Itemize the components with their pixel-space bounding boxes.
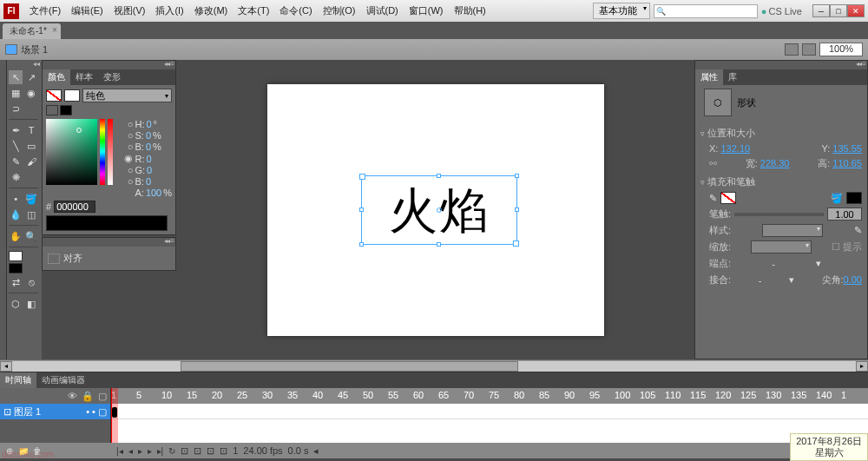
join-value[interactable]: - bbox=[759, 275, 762, 286]
menu-window[interactable]: 窗口(W) bbox=[404, 4, 449, 17]
black-swatch[interactable] bbox=[60, 105, 72, 115]
stroke-slider[interactable] bbox=[734, 213, 824, 216]
cslive-button[interactable]: CS Live bbox=[761, 6, 802, 16]
frame-row[interactable] bbox=[111, 404, 868, 419]
stage[interactable]: 火焰 bbox=[267, 84, 604, 336]
next-frame-icon[interactable]: ▸ bbox=[148, 446, 152, 456]
selection-bounds[interactable]: 火焰 bbox=[361, 175, 517, 245]
b-value[interactable]: 0 bbox=[146, 142, 151, 152]
align-icon[interactable] bbox=[48, 254, 60, 264]
panel-collapse-icon[interactable] bbox=[695, 61, 867, 69]
cap-value[interactable]: - bbox=[772, 259, 775, 269]
stage-area[interactable]: 火焰 bbox=[176, 60, 694, 359]
deco-tool[interactable]: ❋ bbox=[9, 170, 23, 184]
menu-text[interactable]: 文本(T) bbox=[233, 4, 274, 17]
document-tab[interactable]: 未命名-1* bbox=[3, 23, 61, 39]
rectangle-tool[interactable]: ▭ bbox=[24, 139, 38, 153]
menu-help[interactable]: 帮助(H) bbox=[449, 4, 491, 17]
alpha-slider[interactable] bbox=[108, 119, 113, 185]
menu-edit[interactable]: 编辑(E) bbox=[66, 4, 108, 17]
scene-icon[interactable] bbox=[5, 44, 17, 55]
edit-style-icon[interactable]: ✎ bbox=[854, 225, 862, 236]
stroke-width-input[interactable] bbox=[827, 207, 862, 221]
fill-swatch[interactable] bbox=[64, 89, 80, 102]
panel-collapse-icon[interactable] bbox=[43, 238, 175, 247]
edit-symbol-icon[interactable] bbox=[802, 43, 816, 56]
bw-swatch[interactable] bbox=[46, 105, 58, 115]
eyedropper-tool[interactable]: 💧 bbox=[9, 207, 23, 221]
swap-colors-icon[interactable]: ⇄ bbox=[9, 275, 23, 289]
transform-center-icon[interactable] bbox=[437, 207, 442, 213]
w-value[interactable]: 228.30 bbox=[760, 158, 790, 168]
group-position[interactable]: 位置和大小 bbox=[700, 127, 862, 140]
edit-frames-icon[interactable]: ⊡ bbox=[220, 445, 227, 457]
scroll-thumb[interactable] bbox=[181, 361, 518, 372]
stroke-swatch[interactable] bbox=[46, 89, 62, 102]
stroke-color-box[interactable] bbox=[720, 192, 736, 204]
hint-checkbox[interactable]: 提示 bbox=[843, 241, 862, 252]
scroll-left-icon[interactable]: ◂ bbox=[0, 361, 12, 372]
outline-icon[interactable]: ▢ bbox=[98, 391, 107, 402]
layer-row[interactable]: ⊡ 图层 1 • • ▢ bbox=[0, 404, 110, 419]
bone-tool[interactable]: ⦁ bbox=[9, 192, 23, 206]
brush-tool[interactable]: 🖌 bbox=[24, 155, 38, 168]
keyframe-icon[interactable] bbox=[112, 407, 117, 418]
loop-icon[interactable]: ↻ bbox=[168, 446, 175, 456]
minimize-button[interactable]: ─ bbox=[812, 4, 830, 17]
layer-name[interactable]: 图层 1 bbox=[14, 405, 41, 418]
lock-icon[interactable]: 🔒 bbox=[82, 391, 94, 402]
menu-file[interactable]: 文件(F) bbox=[24, 4, 66, 17]
hand-tool[interactable]: ✋ bbox=[9, 229, 23, 243]
a-value[interactable]: 100 bbox=[146, 188, 161, 198]
3d-rotation-tool[interactable]: ◉ bbox=[24, 86, 38, 100]
paint-bucket-tool[interactable]: 🪣 bbox=[24, 192, 38, 206]
h-value[interactable]: 0 bbox=[146, 119, 151, 129]
no-color-icon[interactable]: ⦸ bbox=[24, 275, 38, 289]
menu-modify[interactable]: 修改(M) bbox=[189, 4, 233, 17]
miter-value[interactable]: 0.00 bbox=[844, 274, 862, 285]
fill-color-box[interactable] bbox=[846, 192, 862, 204]
frames-area[interactable]: 1510152025303540455055606570758085909510… bbox=[111, 388, 868, 443]
tab-motion-editor[interactable]: 动画编辑器 bbox=[36, 372, 90, 388]
tab-color[interactable]: 颜色 bbox=[43, 69, 70, 85]
bl-value[interactable]: 0 bbox=[146, 176, 151, 187]
h-value[interactable]: 110.65 bbox=[832, 158, 862, 168]
x-value[interactable]: 132.10 bbox=[720, 143, 750, 154]
fps-display[interactable]: 24.00 fps bbox=[243, 445, 282, 456]
close-button[interactable]: ✕ bbox=[847, 4, 865, 17]
workspace-dropdown[interactable]: 基本功能 bbox=[593, 3, 650, 19]
frame-ruler[interactable]: 1510152025303540455055606570758085909510… bbox=[111, 388, 868, 404]
y-value[interactable]: 135.55 bbox=[832, 143, 862, 154]
g-value[interactable]: 0 bbox=[147, 165, 152, 175]
edit-scene-icon[interactable] bbox=[785, 43, 799, 56]
text-tool[interactable]: T bbox=[24, 123, 38, 137]
fill-color-swatch[interactable] bbox=[9, 263, 23, 273]
menu-insert[interactable]: 插入(I) bbox=[150, 4, 188, 17]
menu-debug[interactable]: 调试(D) bbox=[361, 4, 404, 17]
play-icon[interactable]: ▸ bbox=[138, 446, 142, 456]
hex-input[interactable] bbox=[54, 201, 95, 213]
free-transform-tool[interactable]: ▦ bbox=[9, 86, 23, 100]
tab-properties[interactable]: 属性 bbox=[695, 69, 723, 85]
lock-aspect-icon[interactable]: ⚯ bbox=[709, 158, 717, 169]
left-dock-strip[interactable] bbox=[0, 60, 7, 359]
stroke-color-swatch[interactable] bbox=[9, 251, 23, 261]
line-tool[interactable]: ╲ bbox=[9, 139, 23, 153]
panel-collapse-icon[interactable] bbox=[43, 61, 175, 69]
tab-swatches[interactable]: 样本 bbox=[70, 69, 98, 85]
pen-tool[interactable]: ✒ bbox=[9, 123, 23, 137]
selection-tool[interactable]: ↖ bbox=[9, 70, 23, 84]
hue-slider[interactable] bbox=[100, 119, 105, 185]
tab-timeline[interactable]: 时间轴 bbox=[0, 372, 36, 388]
prev-frame-icon[interactable]: ◂ bbox=[128, 446, 133, 456]
onion-skin-icon[interactable]: ⊡ bbox=[194, 445, 201, 457]
menu-control[interactable]: 控制(O) bbox=[318, 4, 361, 17]
scroll-right-icon[interactable]: ▸ bbox=[856, 361, 868, 372]
visibility-icon[interactable]: 👁 bbox=[68, 391, 77, 401]
eraser-tool[interactable]: ◫ bbox=[24, 207, 38, 221]
snap-tool[interactable]: ⬡ bbox=[9, 297, 23, 311]
fill-type-dropdown[interactable]: 纯色 bbox=[82, 89, 172, 102]
group-fill-stroke[interactable]: 填充和笔触 bbox=[700, 175, 862, 188]
r-value[interactable]: 0 bbox=[146, 154, 151, 164]
lasso-tool[interactable]: ⊃ bbox=[9, 102, 23, 115]
